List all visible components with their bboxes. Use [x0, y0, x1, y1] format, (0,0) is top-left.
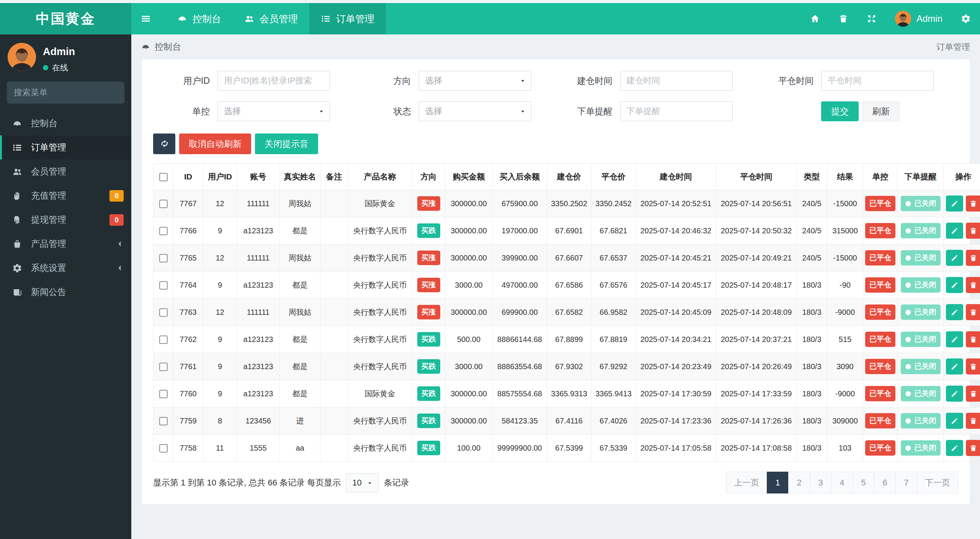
sidebar-item-news[interactable]: 新闻公告 [0, 280, 131, 304]
row-checkbox[interactable] [159, 227, 168, 235]
topnav-tab-orders[interactable]: 订单管理 [309, 3, 386, 34]
delete-order-button[interactable] [966, 223, 980, 239]
reload-table-button[interactable] [153, 134, 175, 154]
direction-select[interactable]: 选择 [419, 71, 531, 91]
sidebar-item-orders[interactable]: 订单管理 [0, 135, 131, 160]
topnav-tab-members[interactable]: 会员管理 [233, 3, 309, 34]
control-select[interactable]: 选择 [217, 101, 330, 121]
delete-order-button[interactable] [966, 413, 980, 429]
edit-order-button[interactable] [946, 304, 963, 320]
pagination-page-4[interactable]: 4 [831, 472, 853, 493]
order-row-7763: 776312111111周我姑央行数字人民币买涨300000.00699900.… [154, 299, 980, 326]
trash-icon [969, 417, 977, 425]
row-checkbox[interactable] [159, 308, 168, 317]
open-time-input[interactable] [620, 71, 733, 91]
edit-order-button[interactable] [946, 223, 963, 239]
status-label: 状态 [354, 106, 419, 117]
delete-order-button[interactable] [966, 195, 980, 212]
close-time-input[interactable] [821, 71, 934, 91]
pagination-next[interactable]: 下一页 [917, 472, 958, 493]
pagination-prev[interactable]: 上一页 [726, 472, 767, 493]
sidebar-item-label: 系统设置 [31, 262, 109, 274]
sidebar-item-withdraw[interactable]: 提现管理0 [0, 208, 131, 232]
row-checkbox[interactable] [159, 254, 168, 262]
main-content: 控制台 订单管理 用户ID 方向 选择 建仓时间 [131, 34, 980, 539]
mute-sound-button[interactable]: 关闭提示音 [255, 134, 318, 154]
cancel-auto-refresh-button[interactable]: 取消自动刷新 [179, 134, 251, 154]
edit-order-button[interactable] [946, 195, 963, 212]
ban-circle-icon [905, 418, 911, 424]
delete-order-button[interactable] [966, 331, 980, 347]
pagination-page-7[interactable]: 7 [895, 472, 917, 493]
control-badge: 已平仓 [865, 359, 895, 374]
caret-down-icon [318, 109, 324, 114]
delete-order-button[interactable] [966, 304, 980, 320]
cell-direction: 买跌 [412, 326, 445, 353]
delete-order-button[interactable] [966, 440, 980, 456]
column-header: 真实姓名 [280, 164, 320, 190]
topnav-tab-console[interactable]: 控制台 [166, 3, 233, 34]
notify-badge: 已关闭 [901, 196, 941, 211]
user-menu[interactable]: Admin [886, 3, 952, 34]
delete-order-button[interactable] [966, 250, 980, 266]
row-checkbox[interactable] [159, 281, 168, 290]
trash-button[interactable] [829, 3, 858, 34]
order-alert-input[interactable] [620, 101, 733, 121]
pagination-page-2[interactable]: 2 [788, 472, 810, 493]
refresh-button[interactable]: 刷新 [862, 101, 899, 121]
delete-order-button[interactable] [966, 277, 980, 293]
row-checkbox[interactable] [159, 444, 168, 453]
row-checkbox[interactable] [159, 200, 168, 208]
cell-open-time: 2025-07-14 17:05:58 [636, 435, 716, 462]
cell-amount: 300000.00 [445, 380, 493, 407]
edit-order-button[interactable] [946, 386, 963, 402]
row-checkbox[interactable] [159, 417, 168, 425]
sidebar-item-members[interactable]: 会员管理 [0, 160, 131, 184]
edit-order-button[interactable] [946, 358, 963, 375]
delete-order-button[interactable] [966, 386, 980, 402]
sidebar-search-input[interactable] [7, 81, 124, 104]
sidebar-item-console[interactable]: 控制台 [0, 111, 131, 135]
sidebar-toggle-button[interactable] [131, 3, 160, 34]
column-header: 用户ID [203, 164, 237, 190]
edit-order-button[interactable] [946, 250, 963, 266]
edit-order-button[interactable] [946, 440, 963, 456]
row-checkbox[interactable] [159, 335, 168, 344]
hand-down-icon [11, 215, 23, 225]
status-select[interactable]: 选择 [419, 101, 531, 121]
pencil-icon [951, 308, 959, 316]
fullscreen-button[interactable] [858, 3, 886, 34]
select-all-checkbox[interactable] [159, 173, 168, 181]
sidebar-item-products[interactable]: 产品管理 [0, 232, 131, 256]
user-id-input[interactable] [217, 71, 330, 91]
row-checkbox[interactable] [159, 363, 168, 371]
cell-product: 央行数字人民币 [348, 326, 412, 353]
cell-actions [944, 435, 980, 462]
edit-order-button[interactable] [946, 331, 963, 347]
edit-order-button[interactable] [946, 413, 963, 429]
notify-badge: 已关闭 [901, 305, 941, 320]
delete-order-button[interactable] [966, 358, 980, 375]
edit-order-button[interactable] [946, 277, 963, 293]
settings-button[interactable] [952, 3, 980, 34]
cell-close-time: 2025-07-14 20:56:51 [716, 190, 797, 217]
cell-result: 315000 [827, 217, 863, 244]
home-button[interactable] [801, 3, 829, 34]
online-status-dot [43, 65, 48, 70]
pencil-icon [951, 281, 959, 289]
row-checkbox[interactable] [159, 390, 168, 398]
cell-product: 央行数字人民币 [348, 217, 412, 244]
pagination-page-5[interactable]: 5 [853, 472, 874, 493]
submit-button[interactable]: 提交 [821, 101, 859, 121]
sidebar-item-settings[interactable]: 系统设置 [0, 256, 131, 280]
trash-icon [969, 254, 977, 262]
page-size-select[interactable]: 10 [346, 473, 378, 492]
pagination-page-1[interactable]: 1 [767, 472, 789, 493]
sidebar-item-recharge[interactable]: 充值管理0 [0, 184, 131, 208]
sidebar-user-status[interactable]: 在线 [43, 62, 75, 73]
user-name: Admin [916, 13, 942, 24]
pagination-page-3[interactable]: 3 [810, 472, 831, 493]
pagination-page-6[interactable]: 6 [874, 472, 896, 493]
brand-logo[interactable]: 中国黄金 [0, 3, 131, 34]
cell-note [320, 326, 348, 353]
